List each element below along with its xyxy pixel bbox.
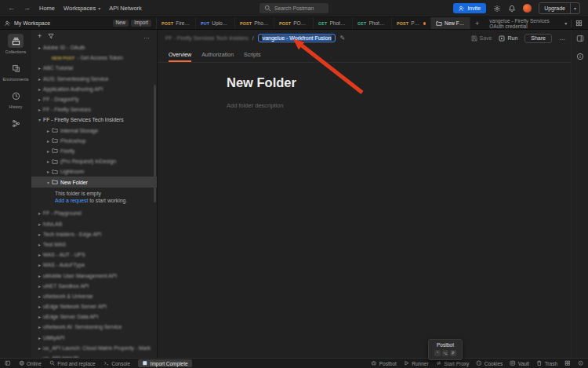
api-network-menu[interactable]: API Network (109, 5, 142, 12)
tree-item[interactable]: NEW POST - Get Access Token (31, 53, 157, 63)
doc-tab-authorization[interactable]: Authorization (201, 46, 234, 62)
tree-item-label: Internal Storage (60, 128, 98, 133)
new-tab-button[interactable]: + (470, 17, 484, 29)
sidebar-rail-history[interactable]: History (2, 89, 30, 109)
tree-item[interactable]: ▸ uu_API Launch: Cloud Matrix Property -… (31, 343, 157, 353)
status-trash[interactable]: Trash (536, 360, 557, 366)
nav-forward-icon[interactable]: → (24, 5, 31, 12)
tree-item[interactable]: ▸ AUS: Serverlessing Service (31, 74, 157, 84)
documentation-panel-icon[interactable] (576, 35, 584, 42)
tree-item[interactable]: ▸ Adobe ID - OAuth (31, 42, 157, 53)
info-icon[interactable] (576, 53, 584, 60)
status-grid[interactable] (564, 360, 571, 366)
status-sidebar[interactable] (5, 360, 11, 366)
run-button[interactable]: Run (499, 35, 517, 42)
tree-item[interactable]: ▸ Lightroom (31, 166, 157, 177)
request-tab[interactable]: POST POST - (274, 17, 314, 29)
request-tab[interactable]: New Fold (431, 17, 470, 29)
tree-item[interactable]: ▸ Test MAS (31, 239, 157, 250)
status-postbot[interactable]: Postbot (371, 360, 397, 366)
tree-item[interactable]: ▸ Firefly (31, 146, 157, 156)
tree-item[interactable]: ▸ Application Authoring API (31, 84, 157, 94)
tree-item[interactable]: ▸ MAS - AUT - UPS (31, 250, 157, 260)
request-tab[interactable]: POST Photosh (235, 17, 274, 29)
more-actions-icon[interactable]: … (559, 35, 566, 42)
workspaces-menu[interactable]: Workspaces▾ (64, 5, 100, 12)
save-button[interactable]: Save (471, 35, 492, 42)
tree-item[interactable]: ▸ FF - DragonFly (31, 94, 157, 104)
share-button[interactable]: Share (524, 34, 552, 43)
sidebar-rail-flows[interactable] (2, 116, 30, 130)
tree-item[interactable]: ▸ (Pro Request) InDesign (31, 156, 157, 166)
doc-tabs: Overview Authorization Scripts (158, 46, 571, 63)
folder-description-placeholder[interactable]: Add folder description (227, 102, 588, 109)
status-cookies[interactable]: Cookies (476, 360, 503, 366)
status-circle[interactable] (578, 360, 584, 366)
top-bar: ← → Home Workspaces▾ API Network Search … (0, 0, 588, 17)
doc-tab-overview[interactable]: Overview (169, 46, 191, 62)
request-tab[interactable]: GET Photosh (353, 17, 392, 29)
tree-item[interactable]: ▾ New Folder (31, 177, 157, 187)
tree-item[interactable]: ▸ uMobile User Management API (31, 270, 157, 280)
status-console[interactable]: Console (103, 360, 130, 366)
request-tab[interactable]: POST Firefly - (157, 17, 196, 29)
status-online[interactable]: Online (19, 360, 42, 366)
tree-item[interactable]: ▸ UtilityAPI (31, 333, 157, 343)
environment-quick-look-icon[interactable] (575, 20, 583, 27)
search-input[interactable]: Search Postman (260, 3, 328, 13)
unsaved-dot (423, 22, 426, 25)
sidebar-rail-collections[interactable]: Collections (2, 34, 30, 54)
status-start-proxy[interactable]: Start Proxy (436, 360, 470, 366)
chevron-right-icon: ▸ (36, 324, 43, 330)
status-find-and-replace[interactable]: Find and replace (49, 360, 96, 366)
upgrade-button[interactable]: Upgrade ▾ (539, 2, 580, 14)
tree-item[interactable]: ▸ uNET Sandbox API (31, 281, 157, 291)
grid-icon (564, 360, 571, 366)
settings-gear-icon[interactable] (493, 5, 501, 13)
save-icon (471, 35, 477, 42)
sidebar: Collections Environments History + … ▸ A… (0, 30, 157, 358)
edit-pencil-icon[interactable]: ✎ (339, 35, 345, 42)
request-tab[interactable]: POST Photos (392, 17, 431, 29)
tree-item[interactable]: ▸ uNetwork & Universe (31, 291, 157, 301)
breadcrumb[interactable]: FF - Firefly Services Tech Insiders (165, 35, 249, 41)
request-tab[interactable]: PUT Upload f. (196, 17, 235, 29)
request-tab[interactable]: GET Photosh (314, 17, 353, 29)
tree-item[interactable]: ▸ ABC Tutorial (31, 63, 157, 73)
tree-item[interactable]: ▸ FF - Firefly Services (31, 104, 157, 115)
nav-back-icon[interactable]: ← (8, 5, 15, 12)
environment-selector[interactable]: vangelue - Firefly Services OAuth creden… (484, 17, 588, 29)
tree-item[interactable]: ▸ MAS - AutoFType (31, 260, 157, 270)
tree-item[interactable]: ▸ FF - Playground (31, 208, 157, 218)
tree-item-label: Firefly (60, 148, 75, 154)
tree-item[interactable]: ▸ Tech Insiders - Edge API (31, 229, 157, 239)
notifications-bell-icon[interactable] (508, 5, 516, 13)
more-options-icon[interactable]: … (143, 33, 151, 40)
tree-item[interactable]: ▸ Photoshop (31, 136, 157, 146)
tree-item[interactable]: ▸ uNetwork AI: Servicening Service (31, 322, 157, 332)
add-collection-button[interactable]: + (38, 33, 42, 40)
doc-tab-scripts[interactable]: Scripts (244, 46, 260, 62)
status-import-complete[interactable]: Import Complete (138, 359, 192, 367)
tree-item[interactable]: ▸ Internal Storage (31, 126, 157, 136)
sidebar-rail-environments[interactable]: Environments (2, 61, 30, 82)
invite-button[interactable]: Invite (453, 3, 486, 13)
home-link[interactable]: Home (39, 5, 55, 12)
shortcut-key: ⌃ (434, 350, 441, 356)
folder-name-field[interactable]: vangelue - Workfront Fusion (258, 34, 336, 42)
avatar[interactable] (523, 4, 532, 13)
new-button[interactable]: New (113, 20, 129, 27)
folder-title[interactable]: New Folder (227, 75, 588, 90)
workspace-title[interactable]: My Workspace (14, 20, 50, 26)
filter-icon[interactable] (48, 33, 54, 39)
tree-item[interactable]: ▾ FF - Firefly Services Tech Insiders (31, 115, 157, 125)
import-button[interactable]: Import (131, 20, 151, 27)
tree-item[interactable]: ▸ uEdge Server Data API (31, 312, 157, 322)
add-request-link[interactable]: Add a request (55, 198, 88, 203)
tree-item[interactable]: ▸ uEdge Network Server API (31, 301, 157, 312)
status-runner[interactable]: Runner (404, 360, 429, 366)
status-vault[interactable]: Vault (510, 360, 529, 366)
tree-item[interactable]: ▸ fofoLAB (31, 219, 157, 229)
proxy-icon (436, 360, 442, 366)
sidebar-scrollbar[interactable] (154, 85, 156, 202)
